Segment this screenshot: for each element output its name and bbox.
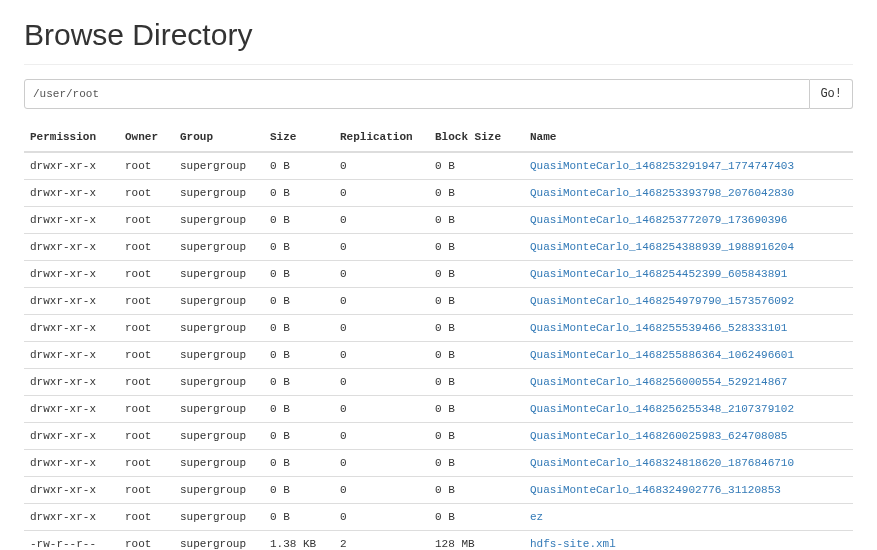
cell-replication: 0 — [334, 504, 429, 531]
cell-replication: 0 — [334, 180, 429, 207]
file-link[interactable]: QuasiMonteCarlo_1468255539466_528333101 — [530, 322, 787, 334]
cell-permission: drwxr-xr-x — [24, 477, 119, 504]
cell-name: QuasiMonteCarlo_1468253291947_1774747403 — [524, 152, 853, 180]
cell-group: supergroup — [174, 152, 264, 180]
cell-block-size: 0 B — [429, 504, 524, 531]
cell-block-size: 0 B — [429, 207, 524, 234]
col-name: Name — [524, 123, 853, 152]
cell-replication: 2 — [334, 531, 429, 551]
cell-permission: drwxr-xr-x — [24, 450, 119, 477]
file-link[interactable]: QuasiMonteCarlo_1468260025983_624708085 — [530, 430, 787, 442]
file-link[interactable]: hdfs-site.xml — [530, 538, 616, 550]
cell-replication: 0 — [334, 450, 429, 477]
cell-permission: drwxr-xr-x — [24, 288, 119, 315]
cell-block-size: 0 B — [429, 450, 524, 477]
table-row: drwxr-xr-xrootsupergroup0 B00 BQuasiMont… — [24, 342, 853, 369]
cell-owner: root — [119, 531, 174, 551]
cell-block-size: 0 B — [429, 369, 524, 396]
cell-size: 0 B — [264, 396, 334, 423]
table-row: drwxr-xr-xrootsupergroup0 B00 BQuasiMont… — [24, 288, 853, 315]
cell-block-size: 0 B — [429, 477, 524, 504]
file-link[interactable]: QuasiMonteCarlo_1468253772079_173690396 — [530, 214, 787, 226]
cell-name: QuasiMonteCarlo_1468254452399_605843891 — [524, 261, 853, 288]
cell-owner: root — [119, 288, 174, 315]
cell-group: supergroup — [174, 261, 264, 288]
cell-replication: 0 — [334, 207, 429, 234]
cell-group: supergroup — [174, 477, 264, 504]
cell-size: 0 B — [264, 504, 334, 531]
col-owner: Owner — [119, 123, 174, 152]
cell-permission: -rw-r--r-- — [24, 531, 119, 551]
col-size: Size — [264, 123, 334, 152]
cell-owner: root — [119, 180, 174, 207]
cell-group: supergroup — [174, 423, 264, 450]
cell-block-size: 0 B — [429, 396, 524, 423]
cell-block-size: 0 B — [429, 152, 524, 180]
table-row: drwxr-xr-xrootsupergroup0 B00 BQuasiMont… — [24, 152, 853, 180]
cell-size: 0 B — [264, 234, 334, 261]
path-bar: Go! — [24, 79, 853, 109]
file-link[interactable]: QuasiMonteCarlo_1468254979790_1573576092 — [530, 295, 794, 307]
cell-block-size: 0 B — [429, 315, 524, 342]
go-button[interactable]: Go! — [810, 79, 853, 109]
cell-group: supergroup — [174, 342, 264, 369]
file-link[interactable]: QuasiMonteCarlo_1468254388939_1988916204 — [530, 241, 794, 253]
cell-name: QuasiMonteCarlo_1468256255348_2107379102 — [524, 396, 853, 423]
file-link[interactable]: QuasiMonteCarlo_1468256255348_2107379102 — [530, 403, 794, 415]
cell-permission: drwxr-xr-x — [24, 369, 119, 396]
cell-size: 0 B — [264, 450, 334, 477]
table-row: drwxr-xr-xrootsupergroup0 B00 BQuasiMont… — [24, 180, 853, 207]
cell-owner: root — [119, 207, 174, 234]
cell-permission: drwxr-xr-x — [24, 180, 119, 207]
cell-block-size: 0 B — [429, 261, 524, 288]
file-link[interactable]: QuasiMonteCarlo_1468255886364_1062496601 — [530, 349, 794, 361]
divider — [24, 64, 853, 65]
col-replication: Replication — [334, 123, 429, 152]
cell-size: 0 B — [264, 180, 334, 207]
cell-group: supergroup — [174, 180, 264, 207]
cell-group: supergroup — [174, 207, 264, 234]
cell-block-size: 0 B — [429, 234, 524, 261]
cell-block-size: 0 B — [429, 180, 524, 207]
file-link[interactable]: QuasiMonteCarlo_1468254452399_605843891 — [530, 268, 787, 280]
page-title: Browse Directory — [24, 18, 853, 52]
cell-size: 0 B — [264, 369, 334, 396]
cell-permission: drwxr-xr-x — [24, 315, 119, 342]
cell-name: QuasiMonteCarlo_1468324818620_1876846710 — [524, 450, 853, 477]
cell-owner: root — [119, 477, 174, 504]
col-group: Group — [174, 123, 264, 152]
file-link[interactable]: QuasiMonteCarlo_1468253393798_2076042830 — [530, 187, 794, 199]
table-row: drwxr-xr-xrootsupergroup0 B00 BQuasiMont… — [24, 207, 853, 234]
cell-size: 0 B — [264, 342, 334, 369]
file-link[interactable]: QuasiMonteCarlo_1468256000554_529214867 — [530, 376, 787, 388]
cell-permission: drwxr-xr-x — [24, 423, 119, 450]
cell-permission: drwxr-xr-x — [24, 152, 119, 180]
file-link[interactable]: QuasiMonteCarlo_1468324818620_1876846710 — [530, 457, 794, 469]
cell-name: QuasiMonteCarlo_1468260025983_624708085 — [524, 423, 853, 450]
file-link[interactable]: QuasiMonteCarlo_1468324902776_31120853 — [530, 484, 781, 496]
cell-permission: drwxr-xr-x — [24, 207, 119, 234]
cell-replication: 0 — [334, 288, 429, 315]
cell-owner: root — [119, 396, 174, 423]
table-header-row: Permission Owner Group Size Replication … — [24, 123, 853, 152]
cell-name: QuasiMonteCarlo_1468253393798_2076042830 — [524, 180, 853, 207]
cell-name: QuasiMonteCarlo_1468324902776_31120853 — [524, 477, 853, 504]
file-link[interactable]: QuasiMonteCarlo_1468253291947_1774747403 — [530, 160, 794, 172]
cell-permission: drwxr-xr-x — [24, 396, 119, 423]
cell-size: 0 B — [264, 152, 334, 180]
cell-size: 0 B — [264, 315, 334, 342]
cell-owner: root — [119, 423, 174, 450]
cell-size: 0 B — [264, 288, 334, 315]
cell-size: 0 B — [264, 261, 334, 288]
path-input[interactable] — [24, 79, 810, 109]
cell-size: 0 B — [264, 207, 334, 234]
file-link[interactable]: ez — [530, 511, 543, 523]
cell-group: supergroup — [174, 504, 264, 531]
cell-name: QuasiMonteCarlo_1468253772079_173690396 — [524, 207, 853, 234]
cell-replication: 0 — [334, 152, 429, 180]
cell-replication: 0 — [334, 396, 429, 423]
col-permission: Permission — [24, 123, 119, 152]
cell-name: QuasiMonteCarlo_1468255886364_1062496601 — [524, 342, 853, 369]
cell-permission: drwxr-xr-x — [24, 234, 119, 261]
cell-block-size: 128 MB — [429, 531, 524, 551]
